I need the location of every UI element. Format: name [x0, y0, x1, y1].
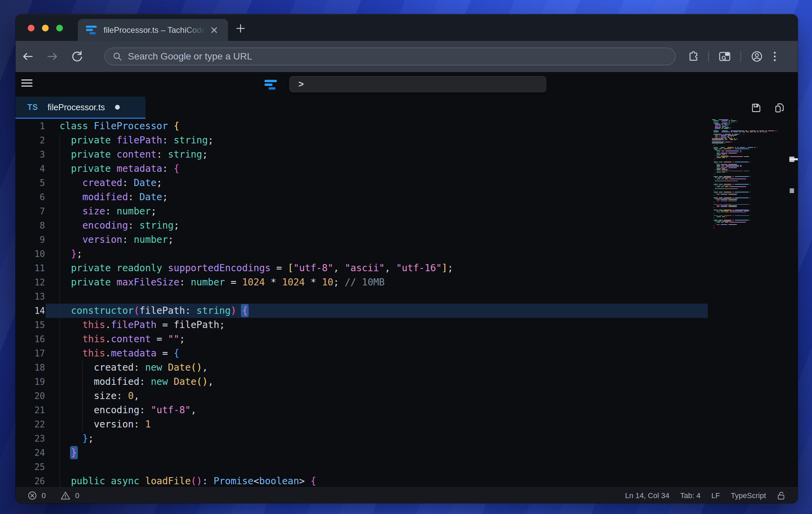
minimize-window-button[interactable]	[42, 25, 49, 31]
code-text: size: 0,	[60, 389, 139, 403]
code-text: private filePath: string;	[60, 133, 213, 147]
side-panel-search-icon[interactable]	[718, 50, 731, 63]
code-line[interactable]: 17 this.metadata = {	[16, 346, 798, 360]
window-controls	[28, 25, 63, 31]
code-line[interactable]: 2 private filePath: string;	[16, 133, 798, 147]
line-number: 21	[16, 403, 45, 417]
code-line[interactable]: 19 modified: new Date(),	[16, 375, 798, 389]
code-line[interactable]: 23 };	[16, 431, 798, 446]
minimap[interactable]	[710, 119, 789, 252]
line-number: 8	[16, 218, 45, 233]
editor-actions	[751, 97, 785, 119]
code-line[interactable]: 24 }	[16, 446, 798, 460]
code-line[interactable]: 14 constructor(filePath: string) {	[16, 304, 798, 318]
code-line[interactable]: 13	[16, 289, 798, 304]
extensions-icon[interactable]	[686, 50, 699, 63]
code-text: created: new Date(),	[60, 360, 208, 375]
code-text: created: Date;	[60, 176, 162, 190]
code-line[interactable]: 4 private metadata: {	[16, 162, 798, 176]
code-text: size: number;	[60, 204, 157, 218]
code-text: modified: Date;	[60, 190, 168, 204]
reload-button[interactable]	[70, 49, 85, 64]
code-line[interactable]: 8 encoding: string;	[16, 218, 798, 233]
error-count: 0	[42, 491, 46, 500]
command-palette-input[interactable]: >	[289, 76, 546, 92]
browser-actions	[686, 50, 777, 63]
line-number: 2	[16, 133, 45, 147]
line-number: 10	[16, 247, 45, 261]
line-number: 14	[16, 304, 45, 318]
line-number: 19	[16, 375, 45, 389]
profile-icon[interactable]	[750, 50, 764, 63]
overview-ruler-marker	[790, 188, 794, 193]
code-text: constructor(filePath: string) {	[60, 304, 248, 318]
line-number: 18	[16, 360, 45, 375]
code-text: version: 1	[60, 417, 151, 431]
browser-window: fileProcessor.ts – TachiCode.	[16, 14, 798, 503]
line-number: 6	[16, 190, 45, 204]
save-icon[interactable]	[751, 102, 762, 113]
language-mode[interactable]: TypeScript	[731, 491, 766, 500]
code-lines: 1class FileProcessor {2 private filePath…	[16, 119, 798, 487]
line-number: 26	[16, 474, 45, 487]
code-line[interactable]: 26 public async loadFile(): Promise<bool…	[16, 474, 798, 487]
menu-hamburger-icon[interactable]	[21, 79, 32, 89]
browser-tab[interactable]: fileProcessor.ts – TachiCode.	[78, 19, 228, 41]
code-editor[interactable]: 1class FileProcessor {2 private filePath…	[16, 119, 798, 487]
code-line[interactable]: 3 private content: string;	[16, 147, 798, 162]
code-line[interactable]: 18 created: new Date(),	[16, 360, 798, 375]
close-window-button[interactable]	[28, 25, 35, 31]
line-number: 16	[16, 332, 45, 346]
code-line[interactable]: 6 modified: Date;	[16, 190, 798, 204]
code-line[interactable]: 22 version: 1	[16, 417, 798, 431]
line-number: 5	[16, 176, 45, 190]
tachicode-logo	[265, 80, 277, 90]
zoom-window-button[interactable]	[56, 25, 63, 31]
code-text: };	[60, 431, 94, 446]
error-icon	[28, 491, 37, 500]
menu-kebab-icon[interactable]	[772, 50, 777, 63]
line-number: 7	[16, 204, 45, 218]
address-bar[interactable]: Search Google or type a URL	[105, 48, 676, 65]
toolbar-divider	[708, 51, 709, 62]
code-line[interactable]: 20 size: 0,	[16, 389, 798, 403]
code-text: version: number;	[60, 233, 174, 247]
back-button[interactable]	[20, 49, 35, 64]
warning-count: 0	[75, 491, 79, 500]
code-line[interactable]: 16 this.content = "";	[16, 332, 798, 346]
line-number: 22	[16, 417, 45, 431]
code-line[interactable]: 11 private readonly supportedEncodings =…	[16, 261, 798, 275]
problems-summary[interactable]: 0 0	[28, 491, 80, 500]
eol-indicator[interactable]: LF	[711, 491, 720, 500]
code-line[interactable]: 12 private maxFileSize: number = 1024 * …	[16, 275, 798, 289]
code-text: modified: new Date(),	[60, 375, 213, 389]
code-line[interactable]: 5 created: Date;	[16, 176, 798, 190]
forward-button[interactable]	[45, 49, 60, 64]
line-number: 23	[16, 431, 45, 446]
code-text: encoding: string;	[60, 218, 179, 233]
line-number: 13	[16, 289, 45, 304]
address-bar-placeholder: Search Google or type a URL	[128, 51, 252, 62]
new-tab-button[interactable]	[234, 22, 247, 35]
browser-tab-title: fileProcessor.ts – TachiCode.	[104, 25, 208, 35]
tab-close-icon[interactable]	[208, 24, 220, 36]
code-line[interactable]: 7 size: number;	[16, 204, 798, 218]
code-line[interactable]: 9 version: number;	[16, 233, 798, 247]
tab-size[interactable]: Tab: 4	[680, 491, 700, 500]
copy-icon[interactable]	[774, 102, 785, 113]
unlock-icon[interactable]	[777, 491, 786, 500]
code-line[interactable]: 1class FileProcessor {	[16, 119, 798, 133]
code-line[interactable]: 15 this.filePath = filePath;	[16, 318, 798, 332]
command-prompt: >	[298, 79, 304, 90]
code-line[interactable]: 25	[16, 460, 798, 474]
code-text: private maxFileSize: number = 1024 * 102…	[60, 275, 385, 289]
code-text: private metadata: {	[60, 162, 179, 176]
line-number: 9	[16, 233, 45, 247]
file-tab-fileprocessor[interactable]: TS fileProcessor.ts	[16, 97, 145, 119]
code-text: this.metadata = {	[60, 346, 179, 360]
modified-dot-icon	[115, 105, 120, 110]
cursor-position[interactable]: Ln 14, Col 34	[625, 491, 670, 500]
code-text: this.filePath = filePath;	[60, 318, 225, 332]
code-line[interactable]: 21 encoding: "utf-8",	[16, 403, 798, 417]
code-line[interactable]: 10 };	[16, 247, 798, 261]
